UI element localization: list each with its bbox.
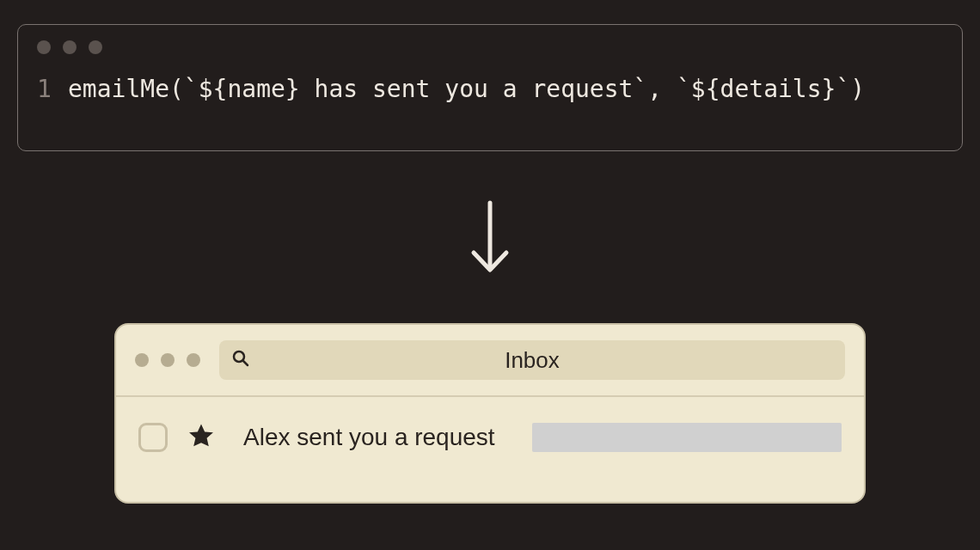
- traffic-dot-minimize[interactable]: [63, 40, 77, 54]
- arrow-down-icon: [467, 199, 513, 280]
- star-icon[interactable]: [187, 421, 216, 454]
- line-number: 1: [37, 75, 68, 103]
- traffic-dot-maximize[interactable]: [89, 40, 102, 54]
- inbox-title: Inbox: [219, 347, 845, 374]
- code-line: 1 emailMe(`${name} has sent you a reques…: [37, 75, 943, 103]
- email-header: Inbox: [116, 325, 864, 397]
- svg-line-2: [243, 361, 248, 365]
- email-subject: Alex sent you a request: [243, 424, 495, 451]
- select-checkbox[interactable]: [138, 423, 168, 452]
- traffic-dot-close[interactable]: [135, 353, 149, 367]
- code-text: emailMe(`${name} has sent you a request`…: [68, 75, 865, 103]
- search-bar[interactable]: Inbox: [219, 340, 845, 380]
- search-icon: [231, 349, 250, 371]
- email-preview-placeholder: [532, 423, 842, 452]
- traffic-dot-maximize[interactable]: [187, 353, 200, 367]
- email-row[interactable]: Alex sent you a request: [116, 397, 864, 478]
- email-window: Inbox Alex sent you a request: [114, 323, 866, 504]
- code-window: 1 emailMe(`${name} has sent you a reques…: [17, 24, 963, 151]
- traffic-dot-close[interactable]: [37, 40, 51, 54]
- window-controls: [37, 40, 943, 54]
- traffic-dot-minimize[interactable]: [161, 353, 175, 367]
